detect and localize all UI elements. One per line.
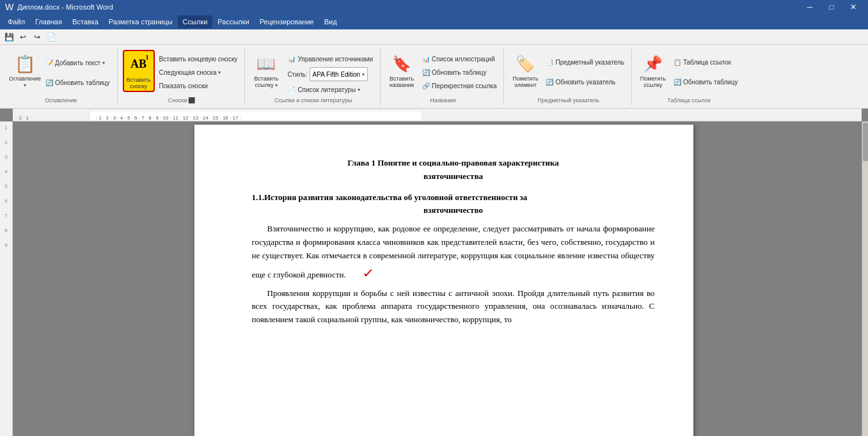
add-text-icon: 📝 — [45, 59, 53, 66]
close-button[interactable]: ✕ — [844, 1, 863, 13]
undo-btn[interactable]: ↩ — [17, 31, 29, 43]
ribbon: 📋 Оглавление ▾ 📝 Добавить текст ▾ 🔄 Обно… — [0, 45, 868, 109]
menu-review[interactable]: Рецензирование — [255, 15, 319, 28]
menu-view[interactable]: Вид — [319, 15, 342, 28]
insert-footnote-icon: AB1 — [127, 52, 150, 75]
manage-sources-icon: 📊 — [288, 56, 296, 63]
update-index-button[interactable]: 🔄 Обновить указатель — [542, 76, 627, 89]
checkmark-icon: ✓ — [343, 263, 375, 283]
captions-group-label: Названия — [430, 97, 455, 104]
cross-reference-icon: 🔗 — [422, 82, 430, 90]
toc-group-label: Оглавление — [45, 97, 77, 104]
style-label: Стиль: — [287, 71, 307, 78]
insert-caption-label: Вставитьназвание — [390, 75, 414, 88]
index-group-label: Предметный указатель — [537, 97, 599, 104]
citations-table-label: Таблица ссылок — [683, 59, 731, 66]
edition-label: Edition — [341, 71, 361, 78]
ribbon-group-toc: 📋 Оглавление ▾ 📝 Добавить текст ▾ 🔄 Обно… — [5, 49, 118, 105]
vertical-scrollbar[interactable] — [862, 121, 868, 436]
update-citations-icon: 🔄 — [674, 79, 681, 86]
citations-table-button[interactable]: 📋 Таблица ссылок — [670, 56, 741, 68]
update-captions-table-button[interactable]: 🔄 Обновить таблицу — [419, 66, 500, 79]
update-captions-icon: 🔄 — [422, 69, 430, 76]
citations-table-icon: 📋 — [674, 59, 681, 66]
ribbon-group-footnotes: AB1 Вставитьсноску Вставить концевую сно… — [119, 49, 246, 105]
toc-btn-label: Оглавление ▾ — [9, 75, 41, 88]
heading1-line2: взяточничества — [252, 170, 655, 183]
citations-group-label: Ссылки и списки литературы — [274, 97, 352, 104]
insert-caption-button[interactable]: 🔖 Вставитьназвание — [386, 50, 418, 92]
bibliography-label: Список литературы — [297, 86, 356, 93]
add-text-label: Добавить текст — [55, 59, 100, 66]
footnotes-group-label: Сноски — [168, 97, 187, 104]
redo-btn[interactable]: ↪ — [31, 31, 43, 43]
menu-references[interactable]: Ссылки — [178, 15, 213, 28]
new-doc-btn[interactable]: 📄 — [45, 31, 58, 43]
menu-mailings[interactable]: Рассылки — [212, 15, 254, 28]
menu-page-layout[interactable]: Разметка страницы — [104, 15, 178, 28]
update-index-icon: 🔄 — [546, 79, 553, 86]
menu-bar: Файл Главная Вставка Разметка страницы С… — [0, 14, 868, 29]
maximize-button[interactable]: □ — [822, 1, 841, 13]
mark-entry-button[interactable]: 🏷️ Пометитьэлемент — [509, 50, 541, 92]
toc-icon: 📋 — [15, 54, 35, 74]
cross-reference-button[interactable]: 🔗 Перекрестная ссылка — [419, 79, 500, 92]
insert-citation-icon: 📖 — [256, 54, 276, 74]
bibliography-icon: 📄 — [288, 86, 296, 93]
next-footnote-label: Следующая сноска — [159, 69, 217, 76]
update-citations-label: Обновить таблицу — [683, 79, 738, 86]
manage-sources-button[interactable]: 📊 Управление источниками — [285, 52, 376, 65]
insert-footnote-button[interactable]: AB1 Вставитьсноску — [123, 50, 155, 92]
mark-citation-label: Пометитьссылку — [640, 75, 666, 88]
toc-button[interactable]: 📋 Оглавление ▾ — [9, 50, 41, 92]
mark-entry-icon: 🏷️ — [515, 54, 535, 74]
add-text-button[interactable]: 📝 Добавить текст ▾ — [42, 57, 113, 70]
update-toc-button[interactable]: 🔄 Обновить таблицу — [42, 76, 113, 89]
title-bar: W Диплом.docx - Microsoft Word ─ □ ✕ — [0, 0, 868, 14]
menu-insert[interactable]: Вставка — [67, 15, 104, 28]
ribbon-group-index: 🏷️ Пометитьэлемент 📑 Предметный указател… — [505, 49, 631, 105]
horizontal-ruler: · 2 · 1 · · 1 · 2 · 3 · 4 · 5 · 6 · 7 · … — [13, 109, 862, 121]
list-of-figures-button[interactable]: 📊 Список иллюстраций — [419, 52, 500, 65]
update-toc-icon: 🔄 — [45, 79, 53, 86]
minimize-button[interactable]: ─ — [800, 1, 819, 13]
insert-endnote-button[interactable]: Вставить концевую сноску — [156, 52, 241, 65]
menu-home[interactable]: Главная — [30, 15, 67, 28]
insert-citation-label: Вставитьссылку ▾ — [254, 75, 278, 88]
next-footnote-arrow: ▾ — [218, 70, 221, 75]
add-text-arrow: ▾ — [102, 60, 105, 66]
document-paragraph-1: Взяточничество и коррупцию, как родовое … — [252, 222, 655, 283]
ribbon-group-captions: 🔖 Вставитьназвание 📊 Список иллюстраций … — [382, 49, 504, 105]
update-toc-label: Обновить таблицу — [55, 79, 110, 86]
document-area: 123456789 · 2 · 1 · · 1 · 2 · 3 · 4 · 5 … — [0, 109, 868, 436]
subject-index-button[interactable]: 📑 Предметный указатель — [542, 56, 627, 68]
insert-citation-button[interactable]: 📖 Вставитьссылку ▾ — [250, 50, 282, 92]
footnotes-expand-icon[interactable]: ⬛ — [188, 97, 195, 104]
next-footnote-button[interactable]: Следующая сноска ▾ — [156, 66, 241, 79]
insert-footnote-label: Вставитьсноску — [126, 77, 150, 90]
page-wrapper: Глава 1 Понятие и социально-правовая хар… — [26, 125, 862, 436]
title-bar-text: Диплом.docx - Microsoft Word — [17, 3, 113, 11]
vertical-ruler: 123456789 — [0, 121, 13, 436]
mark-citation-button[interactable]: 📌 Пометитьссылку — [637, 50, 669, 92]
update-captions-label: Обновить таблицу — [432, 69, 487, 76]
update-citations-table-button[interactable]: 🔄 Обновить таблицу — [670, 76, 741, 89]
save-btn[interactable]: 💾 — [3, 31, 15, 43]
subject-index-label: Предметный указатель — [555, 59, 624, 66]
update-index-label: Обновить указатель — [555, 79, 615, 86]
show-footnotes-button[interactable]: Показать сноски — [156, 79, 241, 92]
document-page[interactable]: Глава 1 Понятие и социально-правовая хар… — [194, 125, 693, 436]
insert-endnote-label: Вставить концевую сноску — [159, 56, 238, 63]
heading2-line1: 1.1.История развития законодательства об… — [252, 191, 655, 205]
style-selector[interactable]: APA Fifth Edition ▾ — [310, 67, 368, 81]
bibliography-button[interactable]: 📄 Список литературы ▾ — [285, 83, 376, 96]
show-footnotes-label: Показать сноски — [159, 82, 208, 90]
menu-file[interactable]: Файл — [3, 15, 30, 28]
heading1-line1: Глава 1 Понятие и социально-правовая хар… — [252, 157, 655, 170]
ribbon-group-citations: 📖 Вставитьссылку ▾ 📊 Управление источник… — [246, 49, 381, 105]
heading2-line2: взяточничество — [252, 204, 655, 217]
cross-reference-label: Перекрестная ссылка — [432, 82, 496, 90]
manage-sources-label: Управление источниками — [297, 56, 373, 63]
ribbon-group-citations-table: 📌 Пометитьссылку 📋 Таблица ссылок 🔄 Обно… — [633, 49, 745, 105]
document-heading1: Глава 1 Понятие и социально-правовая хар… — [252, 157, 655, 183]
